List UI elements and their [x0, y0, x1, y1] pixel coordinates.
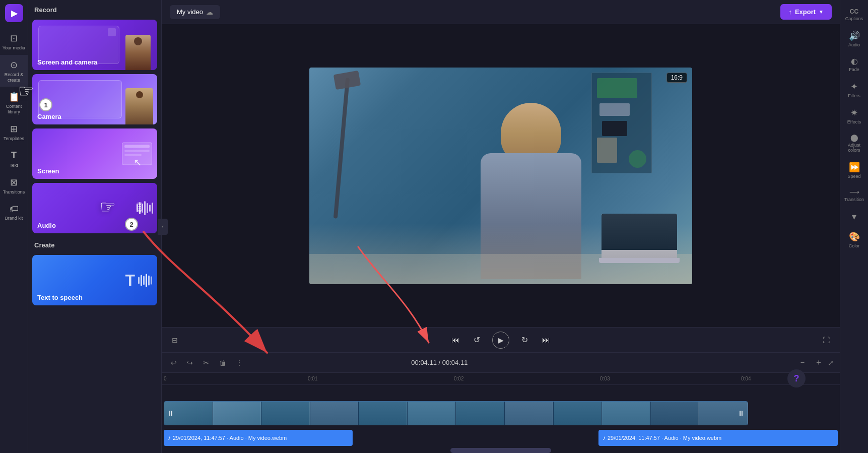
- right-panel-more[interactable]: ▾: [840, 207, 868, 226]
- audio-track-row: ♪ 29/01/2024, 11:47:57 · Audio · My vide…: [164, 428, 838, 447]
- timeline-time-display: 00:04.11 / 00:04.11: [411, 359, 468, 366]
- right-panel-transition[interactable]: ⟶ Transition: [840, 184, 868, 206]
- right-panel-color[interactable]: 🎨 Color: [840, 227, 868, 252]
- right-panel: CC Captions 🔊 Audio ◐ Fade ✦ Filters ✷ E…: [840, 0, 868, 453]
- nav-transitions[interactable]: ⊠ Transitions: [0, 172, 28, 199]
- audio-note-icon-right: ♪: [603, 434, 606, 441]
- export-button[interactable]: ↑ Export ▼: [780, 4, 832, 20]
- export-label: Export: [795, 8, 816, 16]
- audio-note-icon-left: ♪: [168, 434, 171, 441]
- ruler-2: 0:02: [454, 376, 463, 381]
- skip-forward-button[interactable]: ⏭: [540, 334, 552, 347]
- text-to-speech-label: Text to speech: [37, 294, 83, 301]
- cut-button[interactable]: ✂: [200, 357, 212, 369]
- nav-your-media[interactable]: ⊡ Your media: [0, 28, 28, 55]
- right-panel-speed[interactable]: ⏩ Speed: [840, 158, 868, 183]
- zoom-in-button[interactable]: ＋: [812, 356, 826, 369]
- speed-icon: ⏩: [849, 162, 860, 173]
- video-track[interactable]: Social media influencer holding white li…: [164, 401, 748, 425]
- save-status-icon: ☁: [206, 8, 213, 16]
- panel-collapse-button[interactable]: ‹: [158, 219, 168, 235]
- timeline-tracks[interactable]: Social media influencer holding white li…: [162, 385, 840, 448]
- camera-card[interactable]: Camera: [32, 74, 157, 124]
- redo-button[interactable]: ↪: [184, 357, 196, 369]
- ruler-0: 0: [164, 376, 167, 381]
- undo-button[interactable]: ↩: [168, 357, 180, 369]
- rewind-button[interactable]: ↺: [472, 333, 482, 347]
- camera-label: Camera: [37, 113, 61, 120]
- text-to-speech-card[interactable]: T Text to speech: [32, 255, 157, 305]
- timeline-expand-button[interactable]: ⤢: [828, 359, 834, 367]
- your-media-icon: ⊡: [8, 32, 20, 44]
- right-panel-fade[interactable]: ◐ Fade: [840, 52, 868, 76]
- split-button[interactable]: ⋮: [233, 357, 245, 368]
- zoom-out-button[interactable]: －: [795, 356, 810, 369]
- track-end-icon: ⏸: [738, 409, 745, 417]
- create-section-title: Create: [28, 235, 161, 253]
- audio-track-right[interactable]: ♪ 29/01/2024, 11:47:57 · Audio · My vide…: [598, 430, 838, 446]
- effects-icon: ✷: [850, 107, 858, 118]
- timeline-toolbar: ↩ ↪ ✂ 🗑 ⋮ 00:04.11 / 00:04.11 － ＋ ⤢: [162, 353, 840, 373]
- help-button[interactable]: ?: [787, 369, 806, 387]
- right-panel-captions[interactable]: CC Captions: [840, 4, 868, 25]
- left-navigation: ▶ ⊡ Your media ⊙ Record &create 📋 Conten…: [0, 0, 28, 453]
- timeline-ruler: 0 0:01 0:02 0:03 0:04: [162, 373, 840, 385]
- audio-track-left[interactable]: ♪ 29/01/2024, 11:47:57 · Audio · My vide…: [164, 430, 353, 446]
- fast-forward-button[interactable]: ↻: [519, 333, 530, 347]
- nav-brand-kit[interactable]: 🏷 Brand kit: [0, 199, 28, 225]
- video-track-row: Social media influencer holding white li…: [164, 400, 838, 426]
- text-icon: T: [8, 150, 20, 162]
- ruler-3: 0:03: [600, 376, 610, 381]
- ruler-1: 0:01: [308, 376, 317, 381]
- right-panel-audio[interactable]: 🔊 Audio: [840, 26, 868, 51]
- main-area: My video ☁ ↑ Export ▼: [162, 0, 840, 453]
- track-pause-icon: ⏸: [167, 409, 174, 417]
- screen-and-camera-label: Screen and camera: [37, 58, 97, 66]
- brand-kit-icon: 🏷: [8, 203, 20, 215]
- export-chevron-icon: ▼: [819, 9, 824, 15]
- video-title: My video: [177, 8, 203, 16]
- app-logo: ▶: [5, 4, 23, 22]
- captions-icon: CC: [850, 8, 858, 15]
- delete-button[interactable]: 🗑: [216, 357, 229, 369]
- audio-track-left-label: 29/01/2024, 11:47:57 · Audio · My video.…: [173, 435, 287, 441]
- left-panel-wrapper: Record Screen and camera: [28, 0, 162, 453]
- filters-icon: ✦: [850, 81, 858, 92]
- fullscreen-button[interactable]: ⛶: [821, 334, 832, 346]
- audio-card[interactable]: 🎙 Audio: [32, 183, 157, 233]
- audio-label: Audio: [37, 222, 56, 229]
- skip-back-button[interactable]: ⏮: [449, 334, 461, 347]
- subtitle-toggle-button[interactable]: ⊟: [170, 334, 180, 346]
- fade-icon: ◐: [851, 56, 858, 66]
- right-panel-adjust-colors[interactable]: ⬤ Adjustcolors: [840, 130, 868, 157]
- nav-record-create[interactable]: ⊙ Record &create: [0, 55, 28, 87]
- aspect-ratio-badge: 16:9: [666, 73, 687, 83]
- audio-icon: 🔊: [849, 30, 860, 41]
- timeline-zoom-controls: － ＋ ⤢: [795, 356, 834, 369]
- chevron-down-icon: ▾: [852, 211, 856, 222]
- play-pause-button[interactable]: ▶: [492, 332, 509, 349]
- nav-content-library[interactable]: 📋 Contentlibrary: [0, 87, 28, 119]
- screen-card[interactable]: ↖ Screen: [32, 128, 157, 179]
- content-library-icon: 📋: [8, 91, 20, 103]
- video-title-tab[interactable]: My video ☁: [170, 5, 220, 19]
- audio-track-right-label: 29/01/2024, 11:47:57 · Audio · My video.…: [608, 435, 721, 441]
- record-panel: Record Screen and camera: [28, 0, 162, 453]
- screen-label: Screen: [37, 167, 59, 175]
- color-icon: 🎨: [849, 231, 860, 242]
- ruler-4: 0:04: [741, 376, 751, 381]
- templates-icon: ⊞: [8, 123, 20, 135]
- adjust-colors-icon: ⬤: [850, 134, 858, 142]
- screen-and-camera-card[interactable]: Screen and camera: [32, 20, 157, 70]
- right-panel-effects[interactable]: ✷ Effects: [840, 103, 868, 128]
- nav-text[interactable]: T Text: [0, 146, 28, 172]
- right-panel-filters[interactable]: ✦ Filters: [840, 77, 868, 102]
- video-preview: 16:9: [309, 68, 692, 284]
- top-bar: My video ☁ ↑ Export ▼: [162, 0, 840, 24]
- transitions-icon: ⊠: [8, 176, 20, 188]
- record-section-title: Record: [28, 0, 161, 18]
- nav-templates[interactable]: ⊞ Templates: [0, 119, 28, 146]
- export-upload-icon: ↑: [788, 8, 792, 16]
- transition-icon: ⟶: [849, 188, 859, 196]
- timeline-scrollbar[interactable]: [162, 448, 840, 453]
